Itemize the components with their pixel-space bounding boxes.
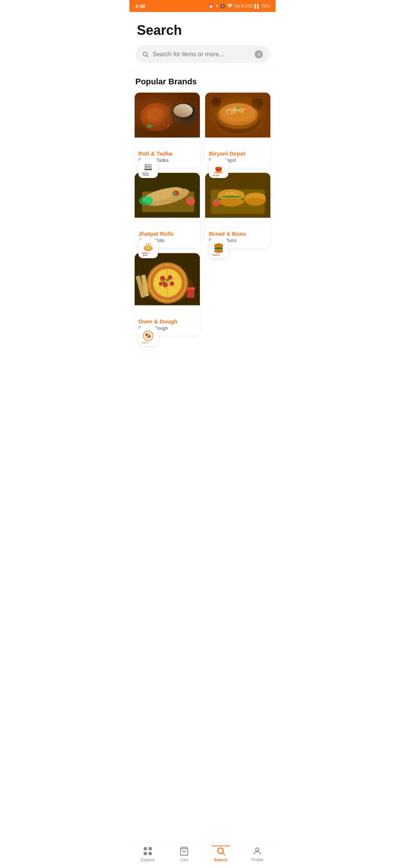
- status-icons: ⏰ ✦ 🔇 Vo) R LTE1 ▌▌ 75%: [208, 3, 270, 9]
- brand-name-roti-tadka: Roti & Tadka: [138, 150, 196, 157]
- svg-text:Oven &: Oven &: [142, 341, 148, 344]
- brand-image-biryani-depot: [205, 93, 270, 138]
- wifi-icon: [227, 3, 233, 9]
- svg-point-46: [173, 192, 177, 195]
- svg-point-61: [231, 192, 233, 194]
- signal-icon: Vo) R LTE1 ▌▌: [234, 4, 260, 8]
- battery-icon: 75%: [261, 4, 270, 8]
- status-time: 2:49: [135, 3, 145, 9]
- page-title: Search: [137, 22, 268, 38]
- brand-name-biryani-depot: Biryani Depot: [209, 150, 267, 157]
- svg-point-30: [233, 107, 241, 111]
- svg-text:TADKA: TADKA: [142, 174, 149, 176]
- svg-point-88: [159, 282, 163, 286]
- svg-point-29: [238, 108, 247, 113]
- header: Search: [129, 12, 276, 43]
- svg-point-24: [216, 104, 260, 134]
- search-bar[interactable]: ✕: [135, 46, 270, 63]
- main-content: Search ✕ Popular Brands: [129, 12, 276, 373]
- search-icon: [142, 51, 149, 58]
- svg-point-62: [234, 193, 236, 195]
- brand-image-oven-dough: [135, 253, 200, 305]
- svg-rect-23: [205, 93, 270, 137]
- svg-point-102: [146, 334, 148, 336]
- popular-brands-section: Popular Brands: [129, 77, 276, 343]
- status-bar: 2:49 ⏰ ✦ 🔇 Vo) R LTE1 ▌▌ 75%: [129, 0, 276, 12]
- svg-point-0: [230, 7, 230, 8]
- svg-point-14: [147, 125, 153, 128]
- svg-point-26: [219, 103, 257, 126]
- brand-image-bread-buns: [205, 173, 270, 218]
- svg-point-48: [189, 197, 192, 199]
- svg-point-28: [226, 108, 237, 114]
- svg-point-34: [252, 98, 263, 109]
- svg-point-101: [145, 332, 152, 339]
- svg-point-7: [147, 108, 164, 120]
- brand-name-bread-buns: Bread & Buns: [209, 230, 267, 237]
- brand-logo-roti-tadka: ROTI & TADKA: [138, 159, 158, 178]
- svg-rect-19: [149, 166, 150, 168]
- svg-point-11: [175, 105, 191, 115]
- svg-point-50: [142, 196, 153, 203]
- svg-point-53: [144, 245, 152, 250]
- svg-rect-3: [135, 93, 200, 137]
- brand-name-jhatpat-rolls: Jhatpat Rolls: [138, 230, 196, 237]
- svg-point-38: [215, 167, 222, 169]
- search-input[interactable]: [153, 51, 251, 58]
- svg-text:biryani: biryani: [213, 174, 219, 176]
- svg-point-8: [170, 103, 196, 124]
- svg-point-10: [173, 104, 193, 117]
- svg-text:Bread &: Bread &: [213, 254, 220, 256]
- svg-point-71: [215, 200, 218, 201]
- svg-point-12: [163, 123, 166, 126]
- brand-card-roti-tadka[interactable]: ROTI & TADKA Roti & Tadka Roti And Tadka: [135, 93, 200, 168]
- svg-point-27: [221, 103, 255, 122]
- brand-image-jhatpat-rolls: [135, 173, 200, 218]
- svg-point-13: [167, 124, 170, 127]
- svg-point-66: [219, 198, 244, 206]
- brands-grid: ROTI & TADKA Roti & Tadka Roti And Tadka: [129, 93, 276, 248]
- divider: [129, 70, 276, 71]
- brand-card-oven-dough[interactable]: Oven & Oven & Dough Oven & Dough: [135, 253, 200, 335]
- section-title: Popular Brands: [129, 77, 276, 93]
- svg-rect-96: [186, 287, 195, 290]
- mute-icon: 🔇: [220, 4, 225, 9]
- brand-image-roti-tadka: [135, 93, 200, 138]
- svg-rect-18: [147, 166, 148, 168]
- svg-text:Rolls: Rolls: [143, 254, 147, 256]
- brand-logo-oven-dough: Oven &: [138, 326, 158, 346]
- svg-point-6: [144, 107, 166, 123]
- clear-search-button[interactable]: ✕: [255, 50, 263, 58]
- svg-point-103: [148, 335, 150, 338]
- svg-point-60: [226, 193, 229, 195]
- svg-rect-95: [187, 289, 194, 298]
- brand-card-jhatpat-rolls[interactable]: Jhatpat Rolls Jhatpat Rolls Jhatpat Roll…: [135, 173, 200, 248]
- brand-name-oven-dough: Oven & Dough: [138, 318, 196, 325]
- svg-point-33: [236, 107, 240, 109]
- svg-point-69: [246, 198, 265, 204]
- brand-card-biryani-depot[interactable]: biryani Biryani Depot Biryani Depot: [205, 93, 270, 168]
- svg-rect-20: [144, 169, 152, 170]
- bluetooth-icon: ✦: [215, 4, 219, 9]
- brand-logo-bread-buns: Bread &: [209, 239, 228, 258]
- svg-point-5: [141, 104, 170, 126]
- brand-logo-biryani-depot: biryani: [209, 159, 228, 178]
- svg-point-76: [214, 249, 223, 253]
- svg-point-31: [228, 111, 231, 113]
- search-bar-container: ✕: [129, 43, 276, 69]
- svg-point-9: [172, 103, 194, 120]
- svg-point-25: [216, 103, 260, 129]
- svg-point-4: [140, 103, 174, 131]
- svg-rect-17: [146, 166, 147, 168]
- svg-point-1: [143, 52, 147, 56]
- brand-card-bread-buns[interactable]: Bread & Bread & Buns Bread & Buns: [205, 173, 270, 248]
- svg-point-32: [244, 110, 246, 112]
- alarm-icon: ⏰: [208, 4, 214, 9]
- svg-point-73: [214, 243, 223, 248]
- brand-logo-jhatpat-rolls: Jhatpat Rolls: [138, 239, 158, 258]
- svg-point-35: [212, 97, 221, 106]
- svg-line-2: [147, 55, 148, 57]
